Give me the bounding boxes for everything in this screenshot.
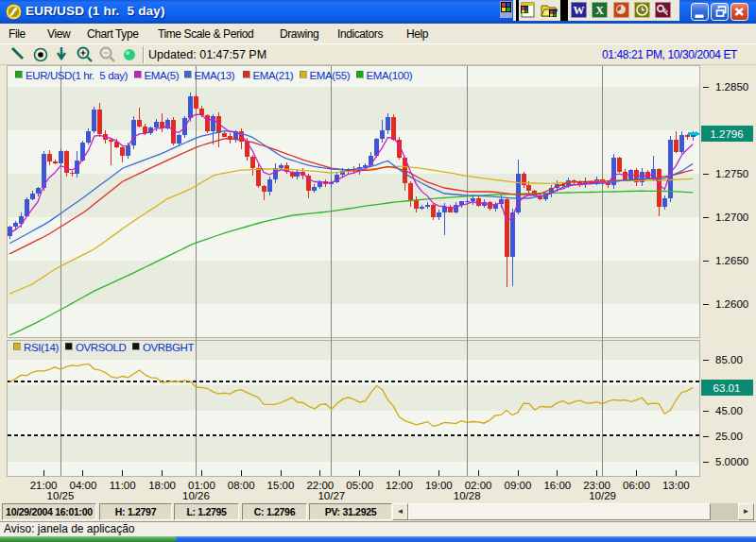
svg-text:1.2750: 1.2750: [715, 168, 748, 179]
svg-text:09:00: 09:00: [505, 480, 532, 491]
svg-text:RSI(14): RSI(14): [24, 342, 59, 353]
svg-text:10/29: 10/29: [589, 490, 616, 501]
svg-text:11:00: 11:00: [110, 480, 136, 491]
svg-text:1.2850: 1.2850: [715, 81, 748, 93]
svg-text:85.00: 85.00: [715, 354, 743, 365]
svg-text:OVRBGHT: OVRBGHT: [143, 342, 194, 353]
svg-text:18:00: 18:00: [148, 480, 176, 491]
svg-text:EMA(100): EMA(100): [367, 70, 413, 81]
svg-text:16:00: 16:00: [543, 480, 571, 491]
svg-text:EUR/USD(1 hr. 5 day): EUR/USD(1 hr. 5 day): [26, 70, 128, 81]
svg-text:EMA(13): EMA(13): [195, 70, 235, 81]
svg-text:06:00: 06:00: [623, 480, 650, 491]
svg-text:15:00: 15:00: [267, 480, 295, 491]
svg-text:10/27: 10/27: [318, 490, 345, 501]
svg-text:5.0000: 5.0000: [715, 456, 748, 467]
svg-text:OVRSOLD: OVRSOLD: [76, 342, 127, 353]
svg-text:EMA(21): EMA(21): [253, 70, 294, 81]
svg-text:X: X: [595, 4, 604, 17]
svg-text:1.2650: 1.2650: [715, 255, 748, 266]
svg-text:10/26: 10/26: [182, 490, 210, 501]
svg-text:08:00: 08:00: [228, 480, 255, 491]
svg-text:10/28: 10/28: [454, 490, 481, 501]
svg-text:1.2600: 1.2600: [715, 298, 748, 310]
svg-text:12:00: 12:00: [386, 480, 413, 491]
svg-text:19:00: 19:00: [425, 480, 453, 491]
svg-text:05:00: 05:00: [346, 480, 373, 491]
svg-text:13:00: 13:00: [662, 480, 690, 491]
svg-text:W: W: [574, 4, 585, 17]
svg-text:63.01: 63.01: [713, 382, 741, 394]
svg-text:1.2700: 1.2700: [715, 212, 748, 223]
svg-text:45.00: 45.00: [715, 405, 743, 416]
svg-text:10/25: 10/25: [47, 490, 75, 501]
svg-text:EMA(5): EMA(5): [145, 70, 180, 81]
svg-text:1.2796: 1.2796: [710, 128, 743, 140]
svg-text:25.00: 25.00: [715, 431, 743, 442]
svg-text:EMA(55): EMA(55): [310, 70, 351, 81]
